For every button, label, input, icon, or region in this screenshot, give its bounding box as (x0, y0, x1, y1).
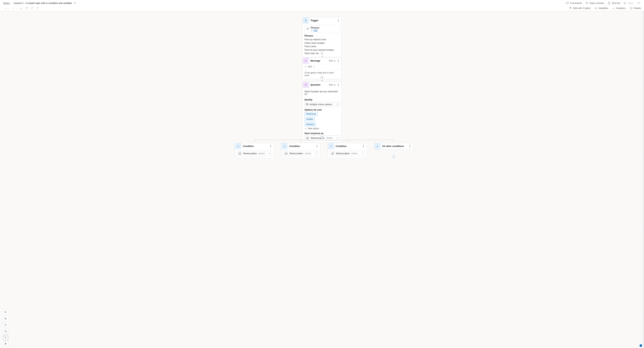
node-header: Condition (328, 143, 366, 149)
variables-icon (594, 7, 597, 10)
node-menu[interactable] (336, 59, 340, 63)
svg-point-42 (5, 318, 6, 319)
edit-phrases-link[interactable]: Edit (310, 29, 320, 32)
variables-tab[interactable]: Variables (594, 7, 608, 10)
add-node-button[interactable]: + (320, 76, 324, 79)
redo-dropdown (11, 5, 16, 11)
kebab-icon (316, 145, 318, 148)
test-bot-button[interactable]: Test bot (608, 1, 620, 4)
message-add-button[interactable]: Add (302, 64, 342, 69)
topic-checker-button[interactable]: Topic checker (585, 1, 604, 4)
zoom-in-button[interactable] (3, 310, 8, 315)
save-button: Save (624, 1, 633, 4)
node-header: Condition (235, 143, 274, 149)
arrow-icon (322, 80, 323, 81)
svg-point-34 (317, 147, 317, 147)
condition-variable-select[interactable]: {x}StoreLocationchoice (237, 151, 272, 156)
add-node-button[interactable]: + (320, 52, 324, 55)
node-header: All other conditions (374, 143, 413, 149)
svg-point-29 (270, 145, 271, 145)
identify-label: Identify (304, 98, 340, 101)
phrase-item: Find my nearest store (304, 38, 340, 41)
branch-drop (347, 140, 348, 142)
identify-select[interactable]: Multiple choice options (304, 102, 340, 107)
details-tab[interactable]: Details (630, 7, 641, 10)
phrases-card[interactable]: Phrases Edit (304, 25, 340, 33)
chevron-right-icon (268, 152, 271, 155)
copy-icon (25, 7, 28, 10)
chevron-down-icon (313, 65, 315, 68)
identify-value: Multiple choice options (310, 103, 332, 106)
entity-icon (306, 103, 308, 106)
node-menu[interactable] (268, 144, 273, 148)
question-prompt[interactable]: Which location are you interested in? (304, 89, 340, 97)
svg-point-1 (586, 2, 588, 4)
paste-button (30, 5, 35, 11)
svg-point-15 (307, 28, 308, 28)
analytics-icon (612, 7, 615, 10)
fit-button[interactable] (3, 316, 8, 321)
node-condition[interactable]: Condition{x}StoreLocationchoice (328, 143, 367, 158)
breadcrumb-root[interactable]: Topics (3, 2, 10, 4)
node-menu[interactable] (315, 144, 319, 148)
node-header: Message Text (302, 58, 342, 64)
svg-point-19 (338, 61, 338, 61)
node-menu[interactable] (336, 18, 340, 22)
svg-point-10 (614, 8, 615, 8)
more-button[interactable] (636, 1, 641, 4)
svg-point-12 (338, 19, 338, 20)
question-type-dropdown[interactable] (333, 83, 336, 86)
comments-label: Comments (570, 2, 582, 4)
condition-icon (374, 143, 380, 149)
node-menu[interactable] (408, 144, 412, 148)
variable-type: choice (351, 152, 358, 155)
node-title: Message (309, 59, 329, 62)
condition-variable-select[interactable]: {x}StoreLocationchoice (330, 151, 365, 156)
add-node-button[interactable]: + (320, 135, 324, 138)
comments-button[interactable]: Comments (566, 1, 582, 4)
chevron-right-icon (315, 152, 317, 155)
svg-rect-17 (305, 60, 307, 61)
phrases-heading: Phrases (304, 34, 340, 37)
select-tool-button[interactable] (3, 335, 8, 340)
option-chip[interactable]: Seattle (304, 117, 315, 121)
analytics-tab[interactable]: Analytics (612, 7, 626, 10)
topic-checker-label: Topic checker (589, 2, 604, 4)
topic-picker-chevron[interactable] (73, 1, 76, 4)
options-label: Options for user (304, 108, 340, 111)
pan-tool-button[interactable] (3, 341, 8, 347)
svg-point-24 (338, 86, 338, 86)
reset-button[interactable] (3, 329, 8, 334)
node-menu[interactable] (336, 83, 340, 87)
save-label: Save (628, 2, 633, 4)
svg-rect-28 (307, 104, 308, 105)
cut-icon (20, 7, 22, 10)
variable-icon: {x} (331, 152, 334, 155)
zoom-out-button[interactable] (3, 322, 8, 328)
svg-point-37 (363, 147, 364, 147)
node-title: Condition (288, 145, 315, 147)
svg-point-16 (308, 28, 308, 28)
option-chip[interactable]: Kirkland (304, 122, 316, 126)
help-indicator[interactable] (640, 344, 642, 347)
add-branch-button[interactable]: + (392, 155, 395, 159)
svg-point-40 (410, 147, 410, 147)
edit-with-copilot-tab[interactable]: Edit with Copilot (569, 7, 590, 10)
condition-variable-select[interactable]: {x}StoreLocationchoice (283, 151, 318, 156)
node-condition[interactable]: Condition{x}StoreLocationchoice (281, 143, 320, 158)
chevron-right-icon (361, 152, 364, 155)
new-option-button[interactable]: New option (304, 127, 319, 130)
message-type-dropdown[interactable] (333, 59, 336, 62)
svg-point-22 (338, 84, 338, 84)
condition-icon (235, 143, 241, 149)
node-title: Question (309, 83, 329, 86)
canvas[interactable]: Trigger Phrases Edit (0, 11, 644, 348)
variable-name: StoreLocation (243, 152, 257, 155)
option-chips: RedmondSeattleKirkland (304, 112, 340, 126)
edit-label: Edit (314, 29, 318, 32)
phrases-icon (306, 27, 309, 31)
node-condition[interactable]: Condition{x}StoreLocationchoice (235, 143, 274, 158)
option-chip[interactable]: Redmond (304, 112, 318, 116)
node-menu[interactable] (362, 144, 366, 148)
node-all-other-conditions[interactable]: All other conditions (374, 143, 413, 150)
